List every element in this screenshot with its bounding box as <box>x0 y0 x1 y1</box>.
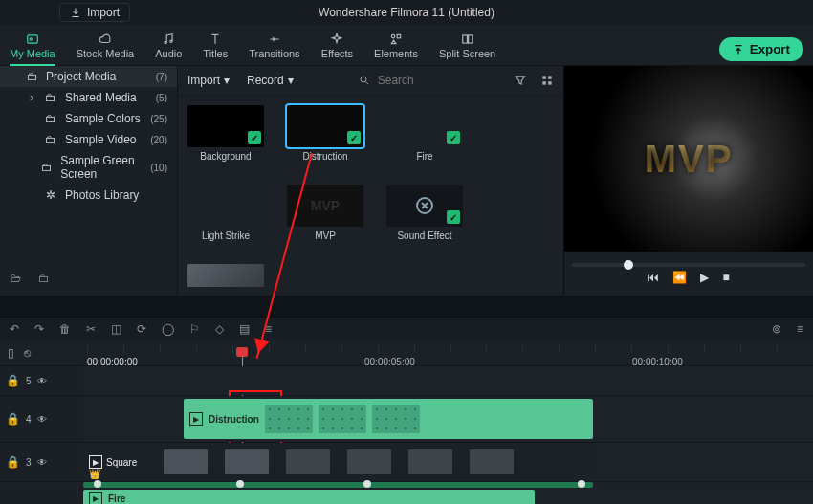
media-thumb: ✓ <box>386 185 463 227</box>
folder-open-icon[interactable]: 🗁 <box>10 272 21 285</box>
sidebar-item-sample-colors[interactable]: 🗀 Sample Colors (25) <box>0 108 177 129</box>
eye-icon[interactable]: 👁 <box>37 376 47 386</box>
media-item-square[interactable]: ✓ Square <box>187 264 264 287</box>
keyframe-dot[interactable] <box>236 480 244 488</box>
magnet-icon[interactable]: ⎋ <box>24 346 31 360</box>
media-item-distruction[interactable]: ✓ Distruction <box>287 105 363 162</box>
nav-label: Titles <box>203 48 228 59</box>
speed-icon[interactable]: ⟳ <box>137 322 146 336</box>
preview-viewport[interactable]: MVP <box>564 66 813 252</box>
media-item-light-strike[interactable]: Light Strike <box>187 185 264 241</box>
track-body[interactable]: ▶ Fire <box>83 488 813 504</box>
media-item-background[interactable]: ✓ Background <box>187 105 264 162</box>
delete-icon[interactable]: 🗑 <box>59 322 71 336</box>
keyframe-dot[interactable] <box>363 480 371 488</box>
nav-audio[interactable]: Audio <box>155 31 182 65</box>
eye-icon[interactable]: 👁 <box>37 414 47 425</box>
nav-titles[interactable]: Titles <box>203 31 228 65</box>
clip-fire[interactable]: ▶ Fire <box>83 490 535 504</box>
titles-icon <box>209 33 222 46</box>
sidebar-item-count: (25) <box>150 114 167 124</box>
nav-my-media[interactable]: My Media <box>10 31 55 65</box>
sidebar-item-shared-media[interactable]: › 🗀 Shared Media (5) <box>0 87 177 108</box>
color-icon[interactable]: ◯ <box>162 322 174 336</box>
undo-icon[interactable]: ↶ <box>10 322 19 336</box>
nav-effects[interactable]: Effects <box>321 31 353 65</box>
gear-icon: ✲ <box>44 188 57 202</box>
stop-button[interactable]: ■ <box>722 271 729 284</box>
lock-icon[interactable]: 🔒 <box>6 374 20 387</box>
media-icon <box>26 33 39 46</box>
prev-frame-button[interactable]: ⏮ <box>648 271 659 284</box>
preview-progress[interactable] <box>572 263 805 267</box>
keyframe-dot[interactable] <box>578 480 585 488</box>
svg-point-8 <box>361 77 366 82</box>
clip-label: Distruction <box>209 414 259 425</box>
crop-icon[interactable]: ◫ <box>111 322 121 336</box>
nav-split-screen[interactable]: Split Screen <box>439 31 495 65</box>
more-icon[interactable]: ≡ <box>265 322 272 336</box>
svg-rect-10 <box>548 76 552 79</box>
clip-play-icon: ▶ <box>189 412 203 426</box>
media-item-sound-effect[interactable]: ✓ Sound Effect <box>386 185 463 241</box>
track-body[interactable] <box>83 366 813 395</box>
export-label: Export <box>750 42 790 56</box>
search-input[interactable] <box>376 73 494 88</box>
play-button[interactable]: ▶ <box>700 271 709 284</box>
track-row-3: 🔒 3 👁 ▶ Square 👑 <box>0 443 813 482</box>
folder-icon: 🗀 <box>27 70 38 83</box>
redo-icon[interactable]: ↷ <box>34 322 44 336</box>
new-folder-icon[interactable]: 🗀 <box>38 272 50 285</box>
settings-icon[interactable]: ≡ <box>797 322 803 336</box>
sidebar-item-photos-library[interactable]: ✲ Photos Library <box>0 185 177 206</box>
svg-rect-6 <box>462 35 467 43</box>
clip-thumbnail <box>265 405 313 433</box>
step-back-button[interactable]: ⏪ <box>672 271 687 284</box>
track-body[interactable]: ▶ Square 👑 <box>83 443 813 481</box>
mixer-icon[interactable]: ⊚ <box>772 322 781 336</box>
media-item-mvp[interactable]: MVP MVP <box>287 185 363 241</box>
preview-content-text: MVP <box>645 138 734 181</box>
clip-thumbnail <box>319 405 366 433</box>
keyframe-dot[interactable] <box>94 480 101 488</box>
render-icon[interactable]: ▤ <box>239 322 250 336</box>
clip-square[interactable]: ▶ Square 👑 <box>83 443 593 481</box>
sidebar-item-sample-green-screen[interactable]: 🗀 Sample Green Screen (10) <box>0 150 177 185</box>
track-head <box>0 488 83 504</box>
link-icon[interactable]: ▯ <box>8 346 14 360</box>
svg-rect-9 <box>542 76 546 79</box>
eye-icon[interactable]: 👁 <box>37 457 47 468</box>
sidebar-item-label: Sample Video <box>65 133 137 146</box>
sidebar-item-sample-video[interactable]: 🗀 Sample Video (20) <box>0 129 177 150</box>
progress-knob[interactable] <box>624 260 633 270</box>
nav-stock-media[interactable]: Stock Media <box>77 31 135 65</box>
search-field[interactable] <box>359 73 494 88</box>
audio-wave-icon <box>413 194 436 217</box>
sidebar-item-project-media[interactable]: 🗀 Project Media (7) <box>0 66 177 87</box>
record-dropdown[interactable]: Record ▾ <box>247 74 294 87</box>
import-dropdown[interactable]: Import ▾ <box>187 74 230 87</box>
grid-view-icon[interactable] <box>540 74 554 87</box>
marker-icon[interactable]: ⚐ <box>189 322 200 336</box>
nav-elements[interactable]: Elements <box>374 31 418 65</box>
nav-transitions[interactable]: Transitions <box>249 31 299 65</box>
transitions-icon <box>268 33 281 46</box>
svg-point-1 <box>30 38 32 40</box>
filter-icon[interactable] <box>514 74 527 87</box>
top-import-button[interactable]: Import <box>59 3 130 22</box>
lock-icon[interactable]: 🔒 <box>6 455 20 469</box>
export-button[interactable]: Export <box>719 37 803 61</box>
media-item-fire[interactable]: ✓ Fire <box>386 105 463 162</box>
lock-icon[interactable]: 🔒 <box>6 412 20 426</box>
clip-distruction[interactable]: ▶ Distruction <box>184 399 593 439</box>
check-icon: ✓ <box>347 131 361 144</box>
track-body[interactable]: ▶ Distruction <box>83 396 813 442</box>
clip-thumbnail <box>408 449 452 474</box>
cut-icon[interactable]: ✂ <box>86 322 96 336</box>
keyframe-icon[interactable]: ◇ <box>215 322 224 336</box>
ruler-row: ▯ ⎋ 00:00:00:00 00:00:05:00 00:00:10:00 <box>0 340 813 366</box>
chevron-right-icon: › <box>27 91 36 104</box>
folder-icon: 🗀 <box>44 112 57 125</box>
primary-nav: My Media Stock Media Audio Titles Transi… <box>0 25 813 66</box>
track-number: 5 <box>26 376 32 386</box>
